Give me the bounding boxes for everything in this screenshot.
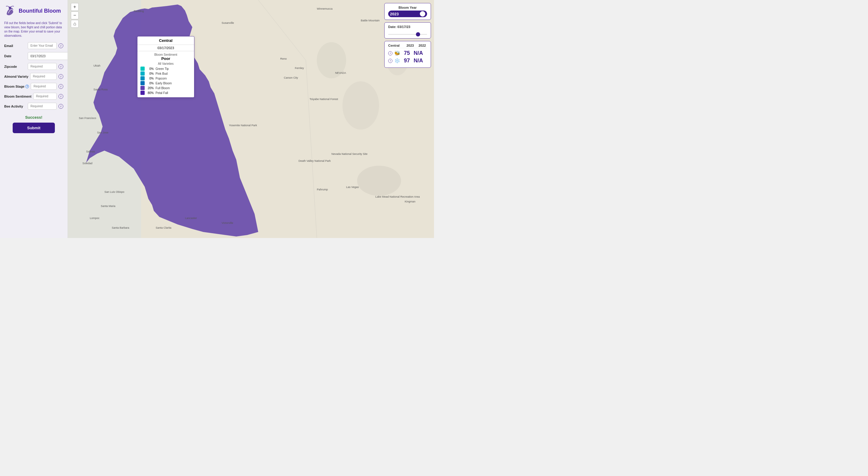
bee-activity-info-icon[interactable]: i (59, 104, 63, 109)
stats-bee-row: i 🐝 75 N/A (388, 50, 427, 56)
bee-icon: 🐝 (394, 50, 400, 56)
app-title: Bountiful Bloom (19, 8, 61, 14)
svg-line-3 (258, 0, 306, 60)
bloom-stage-info-icon[interactable]: i (59, 84, 63, 89)
stage-label: Green Tip (156, 67, 169, 70)
city-label: Reno (280, 57, 287, 60)
svg-point-6 (342, 81, 379, 130)
almond-input[interactable] (30, 73, 57, 80)
bloom-sentiment-input[interactable] (33, 93, 57, 100)
city-label: Soledad (83, 162, 93, 165)
city-label: Carson City (284, 76, 298, 79)
svg-line-4 (306, 60, 317, 238)
city-label: Death Valley National Park (299, 159, 331, 162)
city-label: Salinas (86, 150, 95, 153)
stats-header: Central 2023 2022 (388, 44, 427, 48)
chill-value-2023: 97 (402, 58, 412, 64)
date-label: Date (4, 54, 26, 58)
stage-pct: 80% (147, 91, 154, 95)
city-label: Las Vegas (346, 186, 359, 189)
bloom-stage-label: Bloom Stage (4, 85, 24, 88)
bee-activity-input[interactable] (28, 103, 57, 110)
bloom-stage-label-wrap: Bloom Stage ? (4, 85, 29, 88)
city-label: Kingman (405, 200, 415, 203)
email-info-icon[interactable]: i (59, 43, 63, 48)
stats-chill-row: i ❄️ 97 N/A (388, 58, 427, 64)
stats-year-2023: 2023 (405, 44, 415, 47)
bloom-year-label: Bloom Year (388, 6, 427, 9)
bee-activity-form-group: Bee Activity i (4, 103, 63, 110)
svg-point-7 (357, 166, 401, 196)
stage-color-swatch (141, 71, 145, 75)
home-button[interactable]: ⌂ (71, 20, 79, 28)
city-label: Lake Mead National Recreation Area (375, 195, 420, 198)
almond-info-icon[interactable]: i (59, 74, 63, 79)
bloom-year-value: 2023 (390, 12, 399, 16)
city-label: Ukiah (93, 64, 100, 67)
bloom-stage-form-group: Bloom Stage ? i (4, 83, 63, 90)
date-input-container[interactable]: 📅 (28, 52, 68, 60)
zoom-in-button[interactable]: + (71, 3, 79, 11)
email-form-group: Email i (4, 42, 63, 49)
city-label: Yosemite National Park (229, 124, 257, 127)
stage-pct: 20% (147, 87, 154, 90)
popup-date: 03/17/2023 (137, 45, 194, 51)
stage-label: Pink Bud (156, 72, 167, 75)
map-area[interactable]: ReddingUkiahSanta RosaSan FranciscoSan J… (68, 0, 434, 238)
date-input[interactable] (30, 55, 68, 58)
stage-label: Petal Fall (156, 91, 168, 95)
zipcode-input[interactable] (28, 63, 57, 70)
bloom-year-toggle[interactable]: 2023 (388, 10, 427, 17)
stage-color-swatch (141, 91, 145, 95)
bee-activity-input-wrap (28, 103, 57, 110)
stage-label: Early Bloom (156, 82, 172, 85)
map-popup: Central 03/17/2023 Bloom Sentiment Poor … (137, 36, 194, 98)
email-input[interactable] (28, 42, 57, 49)
zoom-out-button[interactable]: − (71, 11, 79, 19)
city-label: Winnemucca (317, 7, 333, 10)
logo-icon (4, 5, 16, 18)
popup-stage-row: 0% Early Bloom (141, 81, 191, 85)
city-label: Fernley (295, 67, 304, 70)
city-label: Victorville (221, 221, 233, 224)
almond-input-wrap (30, 73, 57, 80)
bloom-stage-input[interactable] (31, 83, 57, 90)
stage-color-swatch (141, 86, 145, 90)
almond-form-group: Almond Variety i (4, 73, 63, 80)
map-svg (68, 0, 434, 238)
stage-pct: 0% (147, 82, 154, 85)
popup-stage-row: 0% Popcorn (141, 76, 191, 81)
bee-value-2022: N/A (413, 50, 423, 56)
city-label: Nevada National Security Site (332, 153, 368, 155)
bloom-sentiment-info-icon[interactable]: i (59, 94, 63, 99)
popup-title: Central (137, 36, 194, 45)
popup-sentiment-value: Poor (141, 56, 191, 61)
city-label: Redding (134, 10, 144, 13)
success-message: Success! (4, 115, 63, 120)
city-label: Toiyabe National Forest (310, 98, 338, 101)
stage-color-swatch (141, 76, 145, 81)
stage-color-swatch (141, 67, 145, 71)
zipcode-info-icon[interactable]: i (59, 64, 63, 69)
city-label: San Jose (97, 131, 108, 134)
left-panel: Bountiful Bloom Fill out the fields belo… (0, 0, 68, 238)
city-label: Lancaster (185, 217, 197, 220)
zipcode-input-wrap (28, 63, 57, 70)
city-label: Santa Barbara (112, 226, 129, 229)
popup-stages: 0% Green Tip 0% Pink Bud 0% Popcorn 0% E… (141, 67, 191, 95)
date-slider[interactable] (388, 34, 427, 35)
map-canvas: ReddingUkiahSanta RosaSan FranciscoSan J… (68, 0, 434, 238)
bloom-stage-question[interactable]: ? (25, 85, 29, 88)
submit-button[interactable]: Submit (13, 123, 55, 133)
bloom-sentiment-input-wrap (33, 93, 57, 100)
city-label: Santa Maria (101, 204, 116, 208)
popup-stage-row: 20% Full Bloom (141, 86, 191, 90)
bloom-sentiment-label: Bloom Sentiment (4, 95, 31, 98)
snowflake-icon: ❄️ (394, 58, 400, 64)
date-card-label: Date: 03/17/23 (388, 25, 427, 29)
date-form-group: Date 📅 i (4, 52, 63, 60)
chill-info-icon[interactable]: i (388, 59, 393, 63)
svg-rect-1 (68, 0, 434, 238)
bee-info-icon[interactable]: i (388, 51, 393, 56)
popup-stage-row: 0% Green Tip (141, 67, 191, 71)
